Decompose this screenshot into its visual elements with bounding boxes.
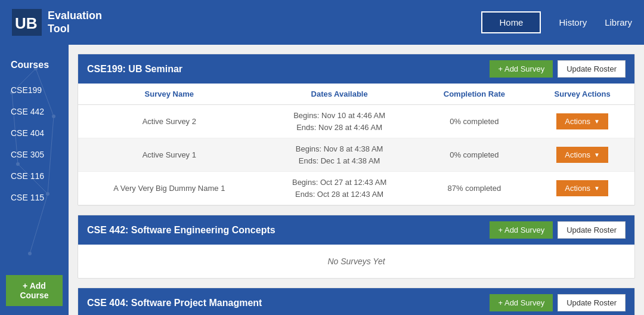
course-card-cse442: CSE 442: Software Engineering Concepts +… <box>78 215 635 279</box>
actions-button[interactable]: Actions ▼ <box>556 113 608 129</box>
course-card-cse404: CSE 404: Software Project Managment + Ad… <box>78 288 635 315</box>
survey-name-cell: Active Survey 1 <box>78 138 261 172</box>
main-nav: Home History Library <box>481 11 632 33</box>
course-card-cse199: CSE199: UB Seminar + Add Survey Update R… <box>78 54 635 206</box>
app-title: Evaluation Tool <box>48 10 102 35</box>
library-nav-button[interactable]: Library <box>605 17 632 27</box>
course-title-cse199: CSE199: UB Seminar <box>87 64 182 75</box>
sidebar-item-cse116[interactable]: CSE 116 <box>0 165 69 187</box>
sidebar-item-cse404[interactable]: CSE 404 <box>0 122 69 144</box>
actions-cell[interactable]: Actions ▼ <box>530 172 634 205</box>
course-header-cse199: CSE199: UB Seminar + Add Survey Update R… <box>78 54 634 84</box>
course-header-buttons-cse404: + Add Survey Update Roster <box>490 294 626 311</box>
svg-text:UB: UB <box>15 14 38 32</box>
course-title-cse442: CSE 442: Software Engineering Concepts <box>87 225 275 236</box>
survey-name-cell: Active Survey 2 <box>78 105 261 138</box>
update-roster-button-cse404[interactable]: Update Roster <box>558 294 626 311</box>
ub-logo-icon: UB <box>12 9 42 36</box>
course-header-buttons-cse442: + Add Survey Update Roster <box>490 221 626 239</box>
actions-button[interactable]: Actions ▼ <box>556 147 608 163</box>
course-header-cse404: CSE 404: Software Project Managment + Ad… <box>78 288 634 315</box>
chevron-down-icon: ▼ <box>594 185 600 192</box>
dates-cell: Begins: Oct 27 at 12:43 AMEnds: Oct 28 a… <box>261 172 419 205</box>
actions-cell[interactable]: Actions ▼ <box>530 105 634 138</box>
logo-area: UB Evaluation Tool <box>12 9 102 36</box>
update-roster-button-cse199[interactable]: Update Roster <box>558 60 626 78</box>
page-layout: Courses CSE199 CSE 442 CSE 404 CSE 305 C… <box>0 45 644 315</box>
add-survey-button-cse199[interactable]: + Add Survey <box>490 60 553 78</box>
sidebar-item-cse115[interactable]: CSE 115 <box>0 187 69 208</box>
col-dates: Dates Available <box>261 84 419 105</box>
completion-cell: 87% completed <box>419 172 531 205</box>
main-content: CSE199: UB Seminar + Add Survey Update R… <box>69 45 644 315</box>
sidebar-item-cse199[interactable]: CSE199 <box>0 79 69 101</box>
actions-button[interactable]: Actions ▼ <box>556 180 608 196</box>
dates-cell: Begins: Nov 10 at 4:46 AMEnds: Nov 28 at… <box>261 105 419 138</box>
table-header-row: Survey Name Dates Available Completion R… <box>78 84 634 105</box>
sidebar-item-cse305[interactable]: CSE 305 <box>0 144 69 165</box>
home-nav-button[interactable]: Home <box>481 11 541 33</box>
course-title-cse404: CSE 404: Software Project Managment <box>87 298 262 308</box>
history-nav-button[interactable]: History <box>559 17 587 27</box>
svg-point-7 <box>28 252 32 255</box>
sidebar-title: Courses <box>0 54 69 79</box>
survey-table-cse199: Survey Name Dates Available Completion R… <box>78 84 634 205</box>
course-header-buttons-cse199: + Add Survey Update Roster <box>490 60 626 78</box>
col-actions: Survey Actions <box>530 84 634 105</box>
add-survey-button-cse404[interactable]: + Add Survey <box>490 294 553 311</box>
completion-cell: 0% completed <box>419 105 531 138</box>
add-course-button[interactable]: + Add Course <box>6 275 63 306</box>
courses-container: CSE199: UB Seminar + Add Survey Update R… <box>78 54 635 315</box>
no-surveys-cse442: No Surveys Yet <box>78 245 634 278</box>
table-row: Active Survey 1 Begins: Nov 8 at 4:38 AM… <box>78 138 634 172</box>
header: UB Evaluation Tool Home History Library <box>0 0 644 45</box>
actions-cell[interactable]: Actions ▼ <box>530 138 634 172</box>
col-survey-name: Survey Name <box>78 84 261 105</box>
sidebar-item-cse442[interactable]: CSE 442 <box>0 101 69 122</box>
completion-cell: 0% completed <box>419 138 531 172</box>
chevron-down-icon: ▼ <box>594 118 600 125</box>
dates-cell: Begins: Nov 8 at 4:38 AMEnds: Dec 1 at 4… <box>261 138 419 172</box>
sidebar: Courses CSE199 CSE 442 CSE 404 CSE 305 C… <box>0 45 69 315</box>
chevron-down-icon: ▼ <box>594 152 600 158</box>
table-row: A Very Very Big Dummy Name 1 Begins: Oct… <box>78 172 634 205</box>
survey-name-cell: A Very Very Big Dummy Name 1 <box>78 172 261 205</box>
table-row: Active Survey 2 Begins: Nov 10 at 4:46 A… <box>78 105 634 138</box>
add-survey-button-cse442[interactable]: + Add Survey <box>490 221 553 239</box>
col-completion: Completion Rate <box>419 84 531 105</box>
update-roster-button-cse442[interactable]: Update Roster <box>558 221 626 239</box>
course-header-cse442: CSE 442: Software Engineering Concepts +… <box>78 215 634 245</box>
